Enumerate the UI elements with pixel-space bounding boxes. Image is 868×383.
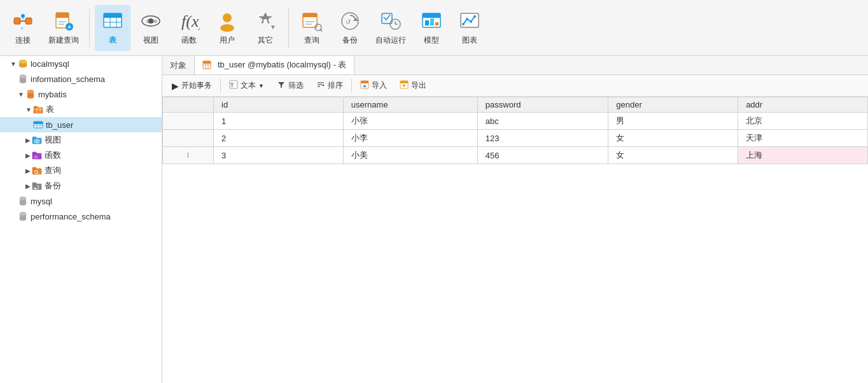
cell-username[interactable]: 小美: [343, 147, 477, 164]
main-container: ▼ localmysql information_schema ▼: [0, 56, 868, 383]
svg-text:T: T: [230, 82, 234, 88]
table-container: id username password gender addr 1小张abc男…: [162, 97, 868, 383]
svg-point-88: [20, 197, 26, 200]
toolbar-user[interactable]: 用户: [209, 5, 245, 51]
export-button[interactable]: 导出: [394, 78, 432, 94]
db-icon-information: [18, 74, 28, 84]
cell-password[interactable]: 456: [477, 147, 608, 164]
backup-icon: ↺: [339, 10, 361, 32]
svg-point-52: [19, 60, 27, 64]
svg-rect-76: [32, 152, 36, 154]
toolbar-query[interactable]: 查询: [294, 5, 330, 51]
cell-password[interactable]: 123: [477, 130, 608, 147]
filter-button[interactable]: 筛选: [271, 78, 309, 94]
toolbar-sep-2: [288, 9, 289, 47]
import-button[interactable]: 导入: [354, 78, 393, 94]
sidebar-label-tables: 表: [46, 104, 54, 115]
sort-icon: [316, 80, 325, 91]
toolbar-query-label: 查询: [304, 35, 319, 46]
caret-functions: ▶: [25, 152, 31, 159]
export-icon: [400, 80, 409, 91]
sidebar-item-tb-user[interactable]: tb_user: [0, 117, 162, 132]
svg-point-22: [223, 13, 232, 22]
cell-id[interactable]: 2: [214, 130, 344, 147]
svg-marker-100: [278, 82, 284, 88]
col-header-password[interactable]: password: [477, 97, 608, 113]
transaction-icon: ▶: [172, 81, 179, 91]
tab-objects[interactable]: 对象: [162, 56, 195, 74]
tab-tb-user[interactable]: tb_user @mybatis (localmysql) - 表: [195, 56, 354, 74]
begin-transaction-label: 开始事务: [181, 80, 212, 91]
cell-id[interactable]: 1: [214, 113, 344, 130]
sidebar-item-localmysql[interactable]: ▼ localmysql: [0, 56, 162, 71]
sidebar-item-views-folder[interactable]: ▶ 视图: [0, 132, 162, 148]
svg-marker-104: [322, 84, 325, 86]
sidebar-item-performance-schema[interactable]: performance_schema: [0, 209, 162, 224]
cell-gender[interactable]: 男: [608, 113, 738, 130]
sidebar-item-queries-folder[interactable]: ▶ 查询: [0, 163, 162, 178]
svg-line-31: [321, 30, 323, 32]
begin-transaction-button[interactable]: ▶ 开始事务: [166, 78, 218, 94]
sidebar-item-mysql[interactable]: mysql: [0, 193, 162, 209]
toolbar-other-label: 其它: [258, 35, 273, 46]
table-row[interactable]: 1小张abc男北京: [163, 113, 868, 130]
col-header-id[interactable]: id: [214, 97, 344, 113]
svg-point-92: [20, 212, 26, 216]
toolbar-new-query[interactable]: + 新建查询: [43, 5, 84, 51]
svg-rect-109: [400, 81, 408, 83]
text-button[interactable]: T 文本 ▼: [223, 78, 270, 94]
svg-rect-14: [104, 13, 122, 18]
import-label: 导入: [372, 80, 387, 91]
toolbar-connect[interactable]: + 连接: [5, 5, 41, 51]
toolbar-chart[interactable]: 图表: [452, 5, 487, 51]
sidebar-item-functions-folder[interactable]: ▶ fx 函数: [0, 148, 162, 163]
cell-addr[interactable]: 上海: [738, 147, 868, 164]
col-header-addr[interactable]: addr: [738, 97, 868, 113]
db-icon-mybatis: [25, 89, 36, 99]
row-cursor-indicator: [163, 113, 214, 130]
tab-bar: 对象 tb_user @mybatis (localmysql) - 表: [162, 56, 868, 75]
view-icon: ∞∞: [139, 10, 162, 32]
text-label: 文本: [241, 80, 256, 91]
toolbar-function[interactable]: f(x) 函数: [171, 5, 207, 51]
sidebar-item-mybatis[interactable]: ▼ mybatis: [0, 87, 162, 102]
content-toolbar: ▶ 开始事务 T 文本 ▼ 筛: [162, 75, 868, 97]
toolbar-view-label: 视图: [143, 35, 158, 46]
sort-button[interactable]: 排序: [311, 78, 349, 94]
toolbar-autorun[interactable]: 自动运行: [370, 5, 411, 51]
toolbar-autorun-label: 自动运行: [375, 35, 406, 46]
svg-text:↺: ↺: [346, 18, 351, 25]
sidebar-item-tables-folder[interactable]: ▼ 表: [0, 102, 162, 117]
sidebar-item-backups-folder[interactable]: ▶ 备份: [0, 178, 162, 193]
toolbar-other[interactable]: ▼ 其它: [248, 5, 283, 51]
col-header-gender[interactable]: gender: [608, 97, 738, 113]
sidebar-label-localmysql: localmysql: [31, 59, 69, 69]
function-icon: f(x): [178, 10, 200, 32]
cell-addr[interactable]: 天津: [738, 130, 868, 147]
svg-text:f(x): f(x): [181, 12, 200, 31]
cell-gender[interactable]: 女: [608, 147, 738, 164]
cell-username[interactable]: 小李: [343, 130, 477, 147]
svg-point-87: [20, 202, 26, 205]
sidebar-item-information-schema[interactable]: information_schema: [0, 71, 162, 87]
svg-text:+: +: [67, 24, 71, 31]
col-header-username[interactable]: username: [343, 97, 477, 113]
svg-rect-67: [34, 122, 43, 124]
queries-folder-icon: [32, 165, 42, 176]
svg-point-59: [27, 95, 34, 99]
toolbar-view[interactable]: ∞∞ 视图: [133, 5, 169, 51]
svg-rect-40: [423, 13, 440, 18]
svg-text:fx: fx: [34, 155, 38, 160]
cell-username[interactable]: 小张: [343, 113, 477, 130]
svg-rect-79: [32, 167, 36, 169]
caret-tables: ▼: [25, 106, 32, 113]
toolbar-backup[interactable]: ↺ 备份: [332, 5, 368, 51]
cell-password[interactable]: abc: [477, 113, 608, 130]
cell-addr[interactable]: 北京: [738, 113, 868, 130]
table-row[interactable]: I3小美456女上海: [163, 147, 868, 164]
cell-gender[interactable]: 女: [608, 130, 738, 147]
table-row[interactable]: 2小李123女天津: [163, 130, 868, 147]
cell-id[interactable]: 3: [214, 147, 344, 164]
toolbar-table[interactable]: 表: [95, 5, 130, 51]
toolbar-model[interactable]: 模型: [414, 5, 449, 51]
